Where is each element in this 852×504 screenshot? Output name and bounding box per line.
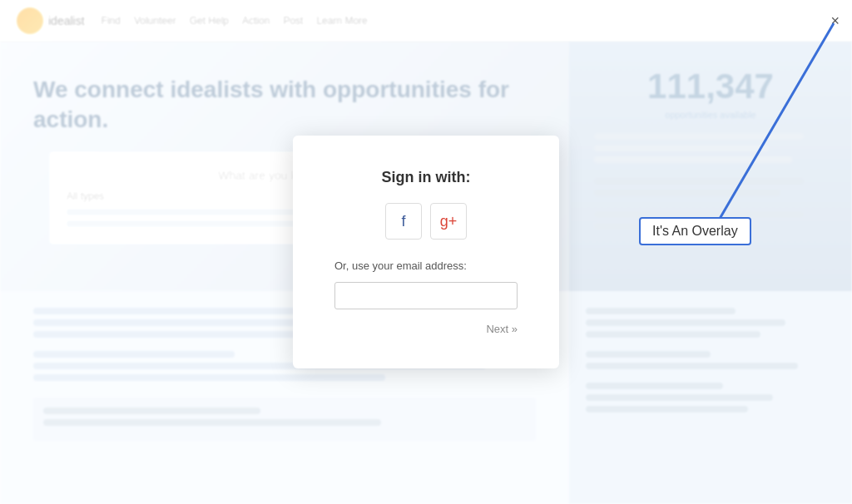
google-sign-in-button[interactable]: g+ <box>430 203 467 240</box>
email-input[interactable] <box>334 282 518 309</box>
google-icon: g+ <box>440 213 458 230</box>
email-divider: Or, use your email address: <box>334 259 518 272</box>
close-button[interactable]: × <box>830 12 840 30</box>
modal-title: Sign in with: <box>334 169 518 186</box>
facebook-sign-in-button[interactable]: f <box>385 203 422 240</box>
facebook-icon: f <box>401 213 405 230</box>
next-button[interactable]: Next » <box>334 323 518 335</box>
sign-in-modal: Sign in with: f g+ Or, use your email ad… <box>293 136 559 368</box>
social-buttons-container: f g+ <box>334 203 518 240</box>
